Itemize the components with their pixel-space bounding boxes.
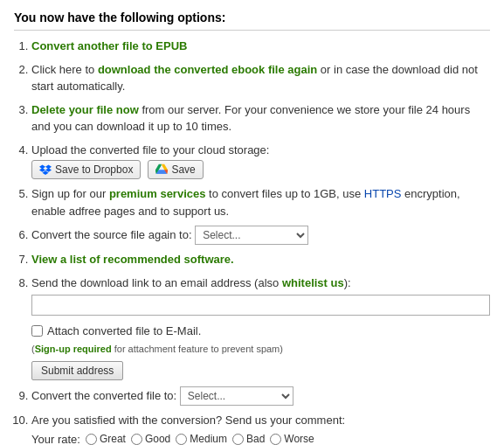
list-item-5: Sign up for our premium services to conv… — [31, 185, 490, 219]
list-item-4: Upload the converted file to your cloud … — [31, 142, 490, 180]
rating-medium-label: Medium — [190, 431, 227, 445]
list-item-2: Click here to download the converted ebo… — [31, 61, 490, 95]
rating-bad-label: Bad — [246, 431, 265, 445]
gdrive-icon — [155, 163, 168, 176]
rating-worse-radio[interactable] — [270, 434, 281, 445]
your-rate-label: Your rate: — [31, 431, 80, 446]
submit-address-button[interactable]: Submit address — [31, 361, 123, 380]
gdrive-label: Save — [171, 163, 195, 176]
convert-converted-select[interactable]: Select... — [180, 386, 293, 406]
dropbox-label: Save to Dropbox — [55, 163, 133, 176]
list-item-9: Convert the converted file to: Select... — [31, 386, 490, 406]
convert-source-label: Convert the source file again to: — [31, 228, 192, 241]
recommended-software-link[interactable]: View a list of recommended software. — [31, 253, 234, 266]
rating-great-label: Great — [100, 431, 126, 445]
download-again-link[interactable]: download the converted ebook file again — [98, 63, 317, 76]
rating-good[interactable]: Good — [131, 431, 170, 445]
list-item-10: Are you satisfied with the conversion? S… — [31, 412, 490, 445]
list-item-7: View a list of recommended software. — [31, 251, 490, 268]
rating-worse-label: Worse — [284, 431, 314, 445]
click-here-text: Click here to — [31, 63, 98, 76]
attach-email-checkbox[interactable] — [31, 325, 43, 337]
premium-text-1: Sign up for our — [31, 187, 109, 200]
list-item-3: Delete your file now from our server. Fo… — [31, 101, 490, 136]
https-link[interactable]: HTTPS — [364, 187, 402, 200]
rating-good-radio[interactable] — [131, 434, 142, 445]
page-title: You now have the following options: — [14, 10, 490, 31]
convert-another-link[interactable]: Convert another file to EPUB — [31, 39, 187, 52]
email-input[interactable] — [31, 295, 490, 316]
premium-text-2: to convert files up to 1GB, use — [205, 187, 363, 200]
list-item-1: Convert another file to EPUB — [31, 38, 490, 55]
convert-converted-label: Convert the converted file to: — [31, 389, 176, 402]
rating-worse[interactable]: Worse — [270, 431, 314, 445]
rating-bad-radio[interactable] — [232, 434, 244, 445]
list-item-6: Convert the source file again to: Select… — [31, 226, 490, 245]
email-label-after: ): — [344, 276, 351, 289]
list-item-8: Send the download link to an email addre… — [31, 275, 490, 381]
rating-great-radio[interactable] — [86, 434, 97, 445]
signup-note-text: for attachment feature to prevent spam) — [112, 344, 283, 354]
dropbox-save-button[interactable]: Save to Dropbox — [31, 160, 141, 179]
rating-great[interactable]: Great — [86, 431, 126, 445]
premium-link[interactable]: premium services — [109, 187, 206, 200]
rating-medium-radio[interactable] — [176, 434, 187, 445]
whitelist-link[interactable]: whitelist us — [282, 276, 344, 289]
dropbox-icon — [39, 163, 52, 176]
attach-email-label: Attach converted file to E-Mail. — [47, 323, 201, 340]
conversion-satisfaction-label: Are you satisfied with the conversion? S… — [31, 412, 490, 429]
convert-source-select[interactable]: Select... — [195, 226, 308, 245]
delete-file-link[interactable]: Delete your file now — [31, 103, 139, 116]
rating-good-label: Good — [145, 431, 170, 445]
email-label-before: Send the download link to an email addre… — [31, 276, 282, 289]
rating-medium[interactable]: Medium — [176, 431, 227, 445]
gdrive-save-button[interactable]: Save — [148, 160, 203, 179]
cloud-upload-label: Upload the converted file to your cloud … — [31, 143, 269, 156]
signup-required-link[interactable]: Sign-up required — [35, 344, 112, 354]
rating-bad[interactable]: Bad — [232, 431, 265, 445]
